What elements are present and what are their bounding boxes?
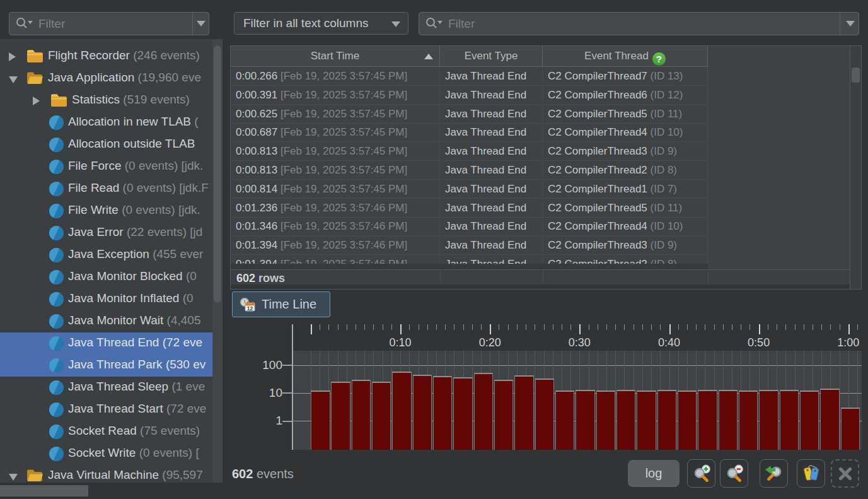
chart-bar xyxy=(392,372,412,450)
thread-name: C2 CompilerThread3 xyxy=(548,239,647,251)
chart-bar xyxy=(759,390,778,450)
sidebar-filter xyxy=(9,12,209,35)
expand-arrow-icon[interactable] xyxy=(33,97,40,105)
chart-bar xyxy=(698,390,717,450)
tree-item-allocation-in-new-tlab[interactable]: Allocation in new TLAB ( xyxy=(0,112,212,134)
event-type-icon xyxy=(49,447,64,461)
table-row[interactable]: 0:01.346 [Feb 19, 2025 3:57:46 PM]Java T… xyxy=(231,217,708,236)
table-filter-input[interactable] xyxy=(419,12,859,35)
zoom-out-button[interactable] xyxy=(720,459,748,488)
table-row[interactable]: 0:00.814 [Feb 19, 2025 3:57:45 PM]Java T… xyxy=(231,180,708,199)
event-type-icon xyxy=(49,115,64,130)
event-type-icon xyxy=(49,270,64,285)
search-icon xyxy=(15,16,34,30)
tree-item-file-write[interactable]: File Write (0 events) [jdk. xyxy=(0,200,212,222)
chevron-down-icon[interactable] xyxy=(846,21,855,26)
column-header-start-time[interactable]: Start Time xyxy=(231,46,440,67)
sidebar-filter-input[interactable] xyxy=(9,12,209,35)
zoom-reset-button[interactable] xyxy=(760,459,788,488)
tree-item-label: Socket Read xyxy=(68,424,137,437)
tree-item-allocation-outside-tlab[interactable]: Allocation outside TLAB xyxy=(0,134,212,156)
table-row[interactable]: 0:00.813 [Feb 19, 2025 3:57:45 PM]Java T… xyxy=(231,142,708,161)
x-axis-minor-tick xyxy=(436,324,437,330)
tree-item-java-monitor-blocked[interactable]: Java Monitor Blocked (0 xyxy=(0,266,212,288)
expand-arrow-icon[interactable] xyxy=(9,52,16,61)
tree-item-java-thread-start[interactable]: Java Thread Start (72 eve xyxy=(0,399,212,421)
zoom-in-button[interactable] xyxy=(687,459,715,488)
tree-item-text: Statistics (519 events) xyxy=(72,93,190,107)
x-axis-minor-tick xyxy=(517,324,518,330)
table-row[interactable]: 0:00.687 [Feb 19, 2025 3:57:45 PM]Java T… xyxy=(231,123,708,142)
tree-item-file-read[interactable]: File Read (0 events) [jdk.F xyxy=(0,178,212,200)
collapse-arrow-icon[interactable] xyxy=(9,474,18,481)
x-axis-minor-tick xyxy=(634,324,634,330)
start-time-value: 0:00.814 xyxy=(236,183,277,195)
collapse-arrow-icon[interactable] xyxy=(9,76,18,83)
cell-event-type: Java Thread End xyxy=(440,217,543,236)
event-type-icon xyxy=(49,402,64,417)
start-time-date: [Feb 19, 2025 3:57:45 PM] xyxy=(281,108,407,120)
tree-item-java-thread-end[interactable]: Java Thread End (72 eve xyxy=(0,332,212,355)
scrollbar-thumb[interactable] xyxy=(0,485,88,496)
tree-item-count: (246 events) xyxy=(130,49,200,62)
table-row[interactable]: 0:00.391 [Feb 19, 2025 3:57:45 PM]Java T… xyxy=(231,86,708,105)
tree-item-java-thread-sleep[interactable]: Java Thread Sleep (1 eve xyxy=(0,377,212,399)
tree-item-statistics[interactable]: Statistics (519 events) xyxy=(0,90,212,112)
x-axis-minor-tick xyxy=(723,324,724,330)
start-time-date: [Feb 19, 2025 3:57:46 PM] xyxy=(281,202,407,214)
x-axis-minor-tick xyxy=(741,324,741,330)
column-filter-dropdown[interactable]: Filter in all text columns xyxy=(234,12,408,35)
tree-item-java-monitor-inflated[interactable]: Java Monitor Inflated (0 xyxy=(0,288,212,310)
scrollbar-thumb[interactable] xyxy=(852,68,860,83)
chevron-down-icon[interactable] xyxy=(197,21,205,26)
tree-item-java-exception[interactable]: Java Exception (455 ever xyxy=(0,244,212,266)
tree-item-text: Java Monitor Blocked (0 xyxy=(68,269,197,283)
tags-button[interactable] xyxy=(797,459,825,488)
tree-item-socket-read[interactable]: Socket Read (75 events) xyxy=(0,421,212,443)
table-row[interactable]: 0:00.813 [Feb 19, 2025 3:57:45 PM]Java T… xyxy=(231,161,708,180)
table-row[interactable]: 0:00.266 [Feb 19, 2025 3:57:45 PM]Java T… xyxy=(231,67,708,86)
tree-item-java-application[interactable]: Java Application (19,960 eve xyxy=(0,68,212,90)
cell-start-time: 0:00.813 [Feb 19, 2025 3:57:45 PM] xyxy=(231,161,440,180)
zoom-in-icon xyxy=(692,464,712,484)
x-axis-minor-tick xyxy=(777,324,777,330)
x-axis-tick-label: 0:40 xyxy=(649,336,690,349)
x-axis-tick-label: 0:50 xyxy=(739,336,779,349)
tree-item-file-force[interactable]: File Force (0 events) [jdk. xyxy=(0,156,212,178)
x-axis-minor-tick xyxy=(427,324,428,330)
tree-item-java-virtual-machine[interactable]: Java Virtual Machine (95,597 xyxy=(0,465,212,483)
table-row[interactable]: 0:00.625 [Feb 19, 2025 3:57:45 PM]Java T… xyxy=(231,105,708,124)
table-row[interactable]: 0:01.236 [Feb 19, 2025 3:57:46 PM]Java T… xyxy=(231,199,708,218)
tree-item-count: (0 xyxy=(179,291,193,305)
tree-item-java-thread-park[interactable]: Java Thread Park (530 ev xyxy=(0,355,212,377)
log-scale-button[interactable]: log xyxy=(628,460,680,487)
tree-item-socket-write[interactable]: Socket Write (0 events) [ xyxy=(0,443,212,465)
tree-item-flight-recorder[interactable]: Flight Recorder (246 events) xyxy=(0,45,212,68)
table-row[interactable]: 0:01.394 [Feb 19, 2025 3:57:46 PM]Java T… xyxy=(231,236,708,255)
column-header-event-type[interactable]: Event Type xyxy=(440,46,543,67)
start-time-date: [Feb 19, 2025 3:57:45 PM] xyxy=(281,89,407,101)
cell-start-time: 0:01.236 [Feb 19, 2025 3:57:46 PM] xyxy=(231,199,440,218)
cell-start-time: 0:00.266 [Feb 19, 2025 3:57:45 PM] xyxy=(231,67,440,86)
x-axis-minor-tick xyxy=(624,324,625,330)
divider xyxy=(192,13,193,35)
help-icon[interactable]: ? xyxy=(652,52,666,66)
sidebar-horizontal-scrollbar[interactable] xyxy=(0,483,223,499)
scrollbar-thumb[interactable] xyxy=(214,45,221,303)
x-axis-minor-tick xyxy=(472,324,473,330)
cell-event-type: Java Thread End xyxy=(440,86,543,105)
start-time-value: 0:00.625 xyxy=(236,108,277,120)
column-header-event-thread[interactable]: Event Thread? xyxy=(543,46,708,67)
table-vertical-scrollbar[interactable] xyxy=(850,46,861,289)
thread-id: (ID 11) xyxy=(651,108,683,120)
tree-item-java-error[interactable]: Java Error (22 events) [jd xyxy=(0,222,212,244)
sidebar-vertical-scrollbar[interactable] xyxy=(212,39,223,483)
event-type-icon xyxy=(49,292,64,307)
svg-text:12: 12 xyxy=(247,305,253,312)
table-horizontal-scrollbar[interactable] xyxy=(231,285,850,289)
tree-item-label: Java Thread Start xyxy=(68,402,163,415)
tree-item-java-monitor-wait[interactable]: Java Monitor Wait (4,405 xyxy=(0,310,212,332)
tab-time-line[interactable]: 12 Time Line xyxy=(232,291,330,317)
clear-selection-button[interactable] xyxy=(831,459,859,488)
chart-bar xyxy=(800,390,819,450)
